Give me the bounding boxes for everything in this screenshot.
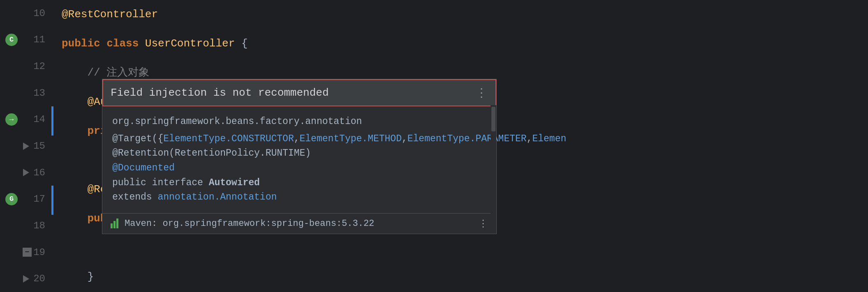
line-number-17: 17 [33, 193, 45, 205]
maven-info: Maven: org.springframework:spring-beans:… [110, 218, 374, 229]
gutter-line-13: 13 [0, 80, 53, 106]
green-circle-c-icon: C [5, 34, 18, 46]
tooltip-interface-line: public interface Autowired [112, 176, 486, 191]
indent-17 [62, 204, 87, 233]
circle-g-icon-17: G [4, 192, 19, 207]
tooltip-interface-name: Autowired [209, 177, 260, 188]
popup-scrollbar[interactable] [491, 105, 496, 228]
line-number-12: 12 [33, 61, 45, 72]
gutter-line-16: 16 [0, 159, 53, 186]
blue-bar-17 [51, 186, 53, 215]
code-line-18 [62, 233, 868, 262]
tooltip-footer-dots[interactable]: ⋮ [478, 218, 489, 230]
tooltip-title: Field injection is not recommended [111, 87, 329, 99]
line-number-13: 13 [33, 87, 45, 99]
svg-rect-1 [113, 221, 116, 228]
line-number-10: 10 [33, 8, 45, 19]
classname-usercontroller: UserController [145, 29, 235, 58]
green-g-icon: G [5, 193, 18, 205]
svg-rect-2 [116, 218, 118, 228]
kw-class: class [106, 29, 145, 58]
play-icon-20 [19, 271, 33, 286]
kw-public: public [62, 29, 106, 58]
tooltip-footer-left: Maven: org.springframework:spring-beans:… [110, 218, 374, 229]
gutter-line-19: − 19 [0, 239, 53, 266]
indent-14 [62, 117, 87, 146]
line-number-14: 14 [33, 114, 45, 125]
line-number-16: 16 [33, 167, 45, 178]
class-icon-11: C [4, 32, 19, 47]
tooltip-header-dots[interactable]: ⋮ [476, 86, 488, 100]
line-number-15: 15 [33, 140, 45, 152]
tooltip-maven-text: Maven: org.springframework:spring-beans:… [125, 218, 374, 229]
tooltip-popup: Field injection is not recommended ⋮ org… [102, 79, 497, 234]
line-number-20: 20 [33, 273, 45, 284]
tooltip-header: Field injection is not recommended ⋮ [102, 79, 496, 106]
svg-rect-0 [111, 223, 113, 228]
tooltip-elemen-link[interactable]: Elemen [532, 133, 566, 144]
tooltip-documented-line: @Documented [112, 161, 486, 176]
tooltip-body: org.springframework.beans.factory.annota… [102, 106, 496, 213]
gutter-line-12: 12 [0, 53, 53, 80]
brace-close-19: } [87, 262, 94, 292]
tooltip-target-prefix: @Target({ [112, 133, 163, 144]
tooltip-target-line: @Target({ElementType.CONSTRUCTOR,Element… [112, 132, 486, 147]
line-number-11: 11 [33, 34, 45, 45]
code-line-11: public class UserController { [62, 29, 868, 58]
code-line-19: } [62, 262, 868, 292]
play-icon-16 [19, 165, 33, 180]
blue-bar-14 [51, 106, 53, 136]
play-icon-15 [19, 139, 33, 154]
tooltip-retention-line: @Retention(RetentionPolicy.RUNTIME) [112, 146, 486, 161]
play-triangle-icon-20 [23, 275, 29, 283]
gutter-line-17: G 17 [0, 186, 53, 212]
gutter-line-11: C 11 [0, 27, 53, 53]
indent-16 [62, 175, 87, 204]
play-triangle-icon [23, 143, 29, 150]
line-number-19: 19 [33, 247, 45, 258]
green-arrow-icon: → [5, 113, 18, 126]
tooltip-annotation-link[interactable]: annotation.Annotation [157, 192, 277, 202]
minus-box-icon: − [23, 248, 32, 257]
indent-19 [62, 262, 87, 292]
tooltip-constructor-link[interactable]: ElementType.CONSTRUCTOR [163, 133, 294, 144]
indent-12 [62, 58, 87, 87]
annotation-restcontroller: @RestController [62, 0, 158, 29]
tooltip-extends-line: extends annotation.Annotation [112, 190, 486, 205]
line-number-18: 18 [33, 220, 45, 231]
gutter-line-18: 18 [0, 212, 53, 239]
scrollbar-thumb[interactable] [491, 107, 495, 131]
editor-container: 10 C 11 12 13 → 14 [0, 0, 868, 292]
indent-13 [62, 87, 87, 117]
line-numbers-gutter: 10 C 11 12 13 → 14 [0, 0, 53, 292]
tooltip-method-link[interactable]: ElementType.METHOD [300, 133, 402, 144]
gutter-line-10: 10 [0, 0, 53, 27]
tooltip-footer: Maven: org.springframework:spring-beans:… [102, 213, 496, 234]
tooltip-documented-link[interactable]: @Documented [112, 163, 175, 173]
tooltip-parameter-link[interactable]: ElementType.PARAMETER [407, 133, 527, 144]
arrow-icon-14: → [4, 112, 19, 127]
brace-open: { [235, 29, 248, 58]
tooltip-package: org.springframework.beans.factory.annota… [112, 115, 486, 129]
gutter-line-14: → 14 [0, 106, 53, 133]
play-triangle-icon-16 [23, 169, 29, 176]
minus-icon-19: − [20, 245, 35, 260]
maven-icon [110, 218, 121, 229]
code-line-10: @RestController [62, 0, 868, 29]
gutter-line-15: 15 [0, 133, 53, 159]
gutter-line-20: 20 [0, 265, 53, 292]
